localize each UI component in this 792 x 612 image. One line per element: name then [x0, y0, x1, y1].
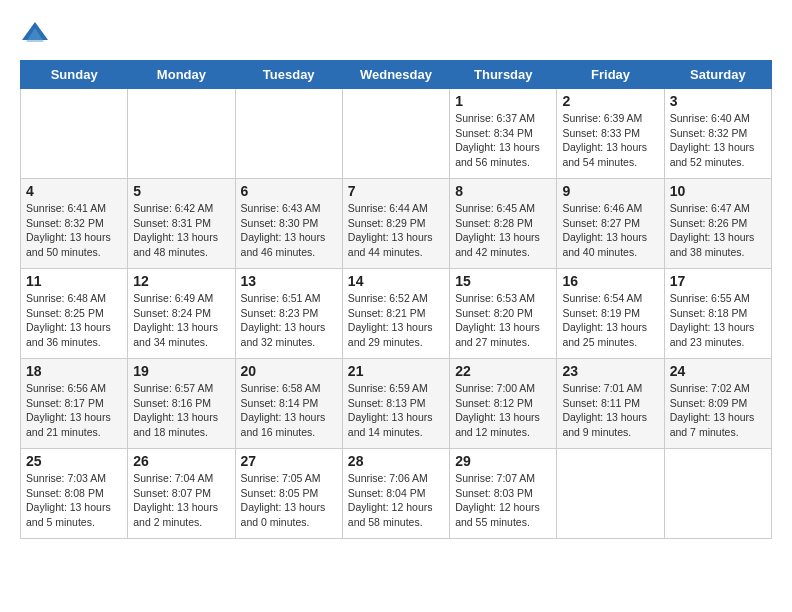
calendar-cell: 23Sunrise: 7:01 AM Sunset: 8:11 PM Dayli…	[557, 359, 664, 449]
calendar-cell: 19Sunrise: 6:57 AM Sunset: 8:16 PM Dayli…	[128, 359, 235, 449]
day-info: Sunrise: 6:57 AM Sunset: 8:16 PM Dayligh…	[133, 381, 229, 440]
day-number: 3	[670, 93, 766, 109]
calendar-cell: 2Sunrise: 6:39 AM Sunset: 8:33 PM Daylig…	[557, 89, 664, 179]
day-info: Sunrise: 6:55 AM Sunset: 8:18 PM Dayligh…	[670, 291, 766, 350]
day-number: 21	[348, 363, 444, 379]
calendar-cell: 3Sunrise: 6:40 AM Sunset: 8:32 PM Daylig…	[664, 89, 771, 179]
day-number: 13	[241, 273, 337, 289]
weekday-header-saturday: Saturday	[664, 61, 771, 89]
day-number: 4	[26, 183, 122, 199]
day-info: Sunrise: 6:44 AM Sunset: 8:29 PM Dayligh…	[348, 201, 444, 260]
calendar-cell: 9Sunrise: 6:46 AM Sunset: 8:27 PM Daylig…	[557, 179, 664, 269]
calendar-cell: 15Sunrise: 6:53 AM Sunset: 8:20 PM Dayli…	[450, 269, 557, 359]
day-number: 22	[455, 363, 551, 379]
day-number: 29	[455, 453, 551, 469]
calendar-cell: 12Sunrise: 6:49 AM Sunset: 8:24 PM Dayli…	[128, 269, 235, 359]
weekday-header-wednesday: Wednesday	[342, 61, 449, 89]
calendar-week-row: 1Sunrise: 6:37 AM Sunset: 8:34 PM Daylig…	[21, 89, 772, 179]
day-info: Sunrise: 6:47 AM Sunset: 8:26 PM Dayligh…	[670, 201, 766, 260]
calendar-cell: 25Sunrise: 7:03 AM Sunset: 8:08 PM Dayli…	[21, 449, 128, 539]
day-number: 6	[241, 183, 337, 199]
day-number: 15	[455, 273, 551, 289]
calendar-cell	[557, 449, 664, 539]
calendar-week-row: 25Sunrise: 7:03 AM Sunset: 8:08 PM Dayli…	[21, 449, 772, 539]
day-number: 7	[348, 183, 444, 199]
calendar-cell: 26Sunrise: 7:04 AM Sunset: 8:07 PM Dayli…	[128, 449, 235, 539]
day-info: Sunrise: 6:51 AM Sunset: 8:23 PM Dayligh…	[241, 291, 337, 350]
calendar-cell: 17Sunrise: 6:55 AM Sunset: 8:18 PM Dayli…	[664, 269, 771, 359]
day-number: 17	[670, 273, 766, 289]
calendar-cell: 16Sunrise: 6:54 AM Sunset: 8:19 PM Dayli…	[557, 269, 664, 359]
calendar-cell	[128, 89, 235, 179]
day-number: 8	[455, 183, 551, 199]
day-number: 28	[348, 453, 444, 469]
calendar-cell: 7Sunrise: 6:44 AM Sunset: 8:29 PM Daylig…	[342, 179, 449, 269]
calendar-cell: 5Sunrise: 6:42 AM Sunset: 8:31 PM Daylig…	[128, 179, 235, 269]
day-info: Sunrise: 6:43 AM Sunset: 8:30 PM Dayligh…	[241, 201, 337, 260]
day-info: Sunrise: 7:04 AM Sunset: 8:07 PM Dayligh…	[133, 471, 229, 530]
day-info: Sunrise: 6:56 AM Sunset: 8:17 PM Dayligh…	[26, 381, 122, 440]
calendar-cell	[342, 89, 449, 179]
weekday-header-tuesday: Tuesday	[235, 61, 342, 89]
day-info: Sunrise: 6:37 AM Sunset: 8:34 PM Dayligh…	[455, 111, 551, 170]
calendar-cell: 20Sunrise: 6:58 AM Sunset: 8:14 PM Dayli…	[235, 359, 342, 449]
day-info: Sunrise: 7:05 AM Sunset: 8:05 PM Dayligh…	[241, 471, 337, 530]
day-number: 24	[670, 363, 766, 379]
day-number: 12	[133, 273, 229, 289]
day-number: 23	[562, 363, 658, 379]
calendar-week-row: 18Sunrise: 6:56 AM Sunset: 8:17 PM Dayli…	[21, 359, 772, 449]
day-number: 14	[348, 273, 444, 289]
weekday-header-friday: Friday	[557, 61, 664, 89]
calendar-cell: 22Sunrise: 7:00 AM Sunset: 8:12 PM Dayli…	[450, 359, 557, 449]
day-info: Sunrise: 6:40 AM Sunset: 8:32 PM Dayligh…	[670, 111, 766, 170]
day-info: Sunrise: 7:06 AM Sunset: 8:04 PM Dayligh…	[348, 471, 444, 530]
calendar-cell: 24Sunrise: 7:02 AM Sunset: 8:09 PM Dayli…	[664, 359, 771, 449]
day-info: Sunrise: 6:39 AM Sunset: 8:33 PM Dayligh…	[562, 111, 658, 170]
day-info: Sunrise: 6:42 AM Sunset: 8:31 PM Dayligh…	[133, 201, 229, 260]
day-number: 1	[455, 93, 551, 109]
weekday-header-sunday: Sunday	[21, 61, 128, 89]
day-info: Sunrise: 6:52 AM Sunset: 8:21 PM Dayligh…	[348, 291, 444, 350]
calendar-table: SundayMondayTuesdayWednesdayThursdayFrid…	[20, 60, 772, 539]
page-header	[20, 20, 772, 50]
day-info: Sunrise: 6:53 AM Sunset: 8:20 PM Dayligh…	[455, 291, 551, 350]
weekday-header-thursday: Thursday	[450, 61, 557, 89]
calendar-cell	[664, 449, 771, 539]
day-number: 11	[26, 273, 122, 289]
calendar-cell: 10Sunrise: 6:47 AM Sunset: 8:26 PM Dayli…	[664, 179, 771, 269]
day-info: Sunrise: 7:03 AM Sunset: 8:08 PM Dayligh…	[26, 471, 122, 530]
day-number: 9	[562, 183, 658, 199]
calendar-header-row: SundayMondayTuesdayWednesdayThursdayFrid…	[21, 61, 772, 89]
day-number: 20	[241, 363, 337, 379]
logo-icon	[20, 20, 50, 50]
day-number: 2	[562, 93, 658, 109]
calendar-cell: 4Sunrise: 6:41 AM Sunset: 8:32 PM Daylig…	[21, 179, 128, 269]
calendar-cell: 21Sunrise: 6:59 AM Sunset: 8:13 PM Dayli…	[342, 359, 449, 449]
day-info: Sunrise: 7:07 AM Sunset: 8:03 PM Dayligh…	[455, 471, 551, 530]
day-info: Sunrise: 7:00 AM Sunset: 8:12 PM Dayligh…	[455, 381, 551, 440]
calendar-cell: 6Sunrise: 6:43 AM Sunset: 8:30 PM Daylig…	[235, 179, 342, 269]
calendar-cell: 13Sunrise: 6:51 AM Sunset: 8:23 PM Dayli…	[235, 269, 342, 359]
day-info: Sunrise: 6:41 AM Sunset: 8:32 PM Dayligh…	[26, 201, 122, 260]
calendar-cell: 29Sunrise: 7:07 AM Sunset: 8:03 PM Dayli…	[450, 449, 557, 539]
calendar-cell: 14Sunrise: 6:52 AM Sunset: 8:21 PM Dayli…	[342, 269, 449, 359]
day-number: 19	[133, 363, 229, 379]
day-number: 26	[133, 453, 229, 469]
day-number: 25	[26, 453, 122, 469]
day-info: Sunrise: 7:02 AM Sunset: 8:09 PM Dayligh…	[670, 381, 766, 440]
calendar-cell: 8Sunrise: 6:45 AM Sunset: 8:28 PM Daylig…	[450, 179, 557, 269]
day-info: Sunrise: 6:58 AM Sunset: 8:14 PM Dayligh…	[241, 381, 337, 440]
calendar-cell: 18Sunrise: 6:56 AM Sunset: 8:17 PM Dayli…	[21, 359, 128, 449]
day-number: 18	[26, 363, 122, 379]
day-info: Sunrise: 6:49 AM Sunset: 8:24 PM Dayligh…	[133, 291, 229, 350]
logo	[20, 20, 54, 50]
calendar-week-row: 11Sunrise: 6:48 AM Sunset: 8:25 PM Dayli…	[21, 269, 772, 359]
calendar-cell	[235, 89, 342, 179]
calendar-cell: 11Sunrise: 6:48 AM Sunset: 8:25 PM Dayli…	[21, 269, 128, 359]
calendar-cell	[21, 89, 128, 179]
calendar-week-row: 4Sunrise: 6:41 AM Sunset: 8:32 PM Daylig…	[21, 179, 772, 269]
day-info: Sunrise: 6:59 AM Sunset: 8:13 PM Dayligh…	[348, 381, 444, 440]
day-info: Sunrise: 6:48 AM Sunset: 8:25 PM Dayligh…	[26, 291, 122, 350]
calendar-cell: 27Sunrise: 7:05 AM Sunset: 8:05 PM Dayli…	[235, 449, 342, 539]
calendar-cell: 1Sunrise: 6:37 AM Sunset: 8:34 PM Daylig…	[450, 89, 557, 179]
